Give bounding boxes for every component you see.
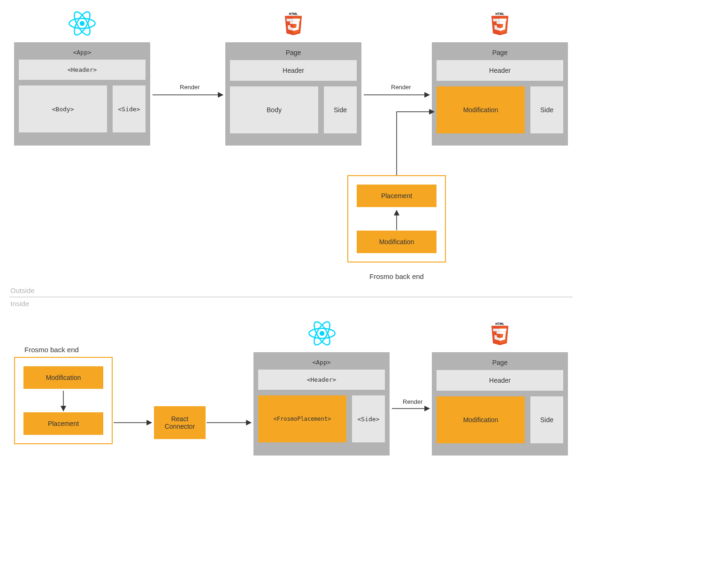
inside-label: Inside: [10, 300, 29, 308]
frosmo-backend-top: Placement Modification: [347, 175, 446, 263]
modification-block: Modification: [357, 231, 437, 253]
side-block: Side: [530, 396, 563, 443]
html5-icon: HTML: [279, 9, 307, 38]
frosmo-caption-bottom: Frosmo back end: [14, 346, 113, 354]
placement-block: Placement: [357, 185, 437, 207]
svg-text:HTML: HTML: [289, 12, 298, 15]
header-block: Header: [230, 60, 357, 81]
panel-title: <App>: [19, 47, 146, 60]
frosmo-backend-bottom: Modification Placement: [14, 357, 113, 444]
header-block: <Header>: [19, 60, 146, 80]
panel-page-2: Page Header Modification Side: [432, 42, 568, 146]
panel-page-1: Page Header Body Side: [225, 42, 361, 146]
side-block: <Side>: [352, 395, 385, 442]
side-block: <Side>: [113, 85, 146, 132]
svg-point-0: [80, 21, 84, 26]
panel-react-app-top: <App> <Header> <Body> <Side>: [14, 42, 150, 146]
body-block: Body: [230, 86, 318, 133]
react-icon: [68, 9, 96, 38]
frosmo-placement-block: <FrosmoPlacement>: [258, 395, 346, 442]
panel-title: Page: [230, 47, 357, 60]
side-block: Side: [324, 86, 357, 133]
react-icon: [308, 319, 336, 348]
header-block: Header: [437, 370, 563, 391]
react-connector-block: React Connector: [154, 406, 206, 439]
render-label: Render: [403, 398, 423, 405]
body-block: <Body>: [19, 85, 107, 132]
side-block: Side: [530, 86, 563, 133]
panel-title: <App>: [258, 357, 385, 370]
panel-react-app-bottom: <App> <Header> <FrosmoPlacement> <Side>: [253, 352, 390, 456]
header-block: Header: [437, 60, 563, 81]
outside-label: Outside: [10, 286, 35, 294]
placement-block: Placement: [23, 412, 103, 435]
svg-text:HTML: HTML: [496, 12, 505, 15]
modification-block: Modification: [437, 86, 525, 133]
svg-point-6: [320, 331, 324, 336]
render-label: Render: [391, 84, 411, 91]
render-label: Render: [180, 84, 200, 91]
header-block: <Header>: [258, 370, 385, 390]
modification-block: Modification: [23, 366, 103, 389]
html5-icon: HTML: [486, 9, 514, 38]
diagram-root: HTML HTML <App> <Header> <Body> <Side>: [9, 9, 573, 484]
panel-title: Page: [437, 357, 563, 370]
svg-text:HTML: HTML: [496, 322, 505, 325]
frosmo-caption-top: Frosmo back end: [347, 272, 446, 280]
panel-title: Page: [437, 47, 563, 60]
divider-line: [9, 297, 573, 297]
modification-block: Modification: [437, 396, 525, 443]
panel-page-bottom: Page Header Modification Side: [432, 352, 568, 456]
html5-icon: HTML: [486, 319, 514, 348]
